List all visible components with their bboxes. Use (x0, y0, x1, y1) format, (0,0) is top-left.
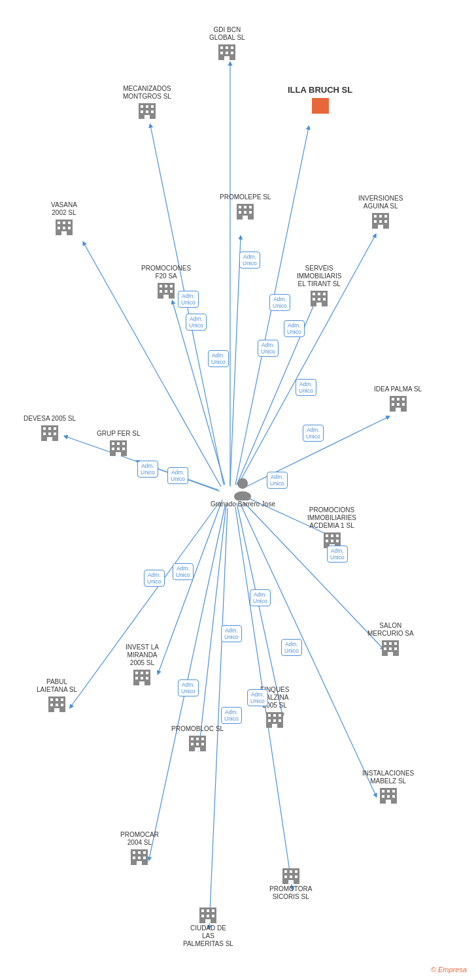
svg-rect-169 (138, 851, 141, 854)
promobloc-node[interactable]: PROMOBLOC SL (171, 725, 224, 753)
svg-rect-177 (207, 909, 209, 912)
svg-rect-162 (392, 790, 395, 792)
adm-badge-8[interactable]: Adm.Unico (178, 291, 199, 308)
grup-fer-node[interactable]: GRUP FER SL (97, 430, 141, 457)
salon-mercurio-node[interactable]: SALONMERCURIO SA (367, 622, 414, 657)
adm-badge-10[interactable]: Adm.Unico (167, 467, 188, 484)
svg-point-22 (234, 491, 251, 500)
ciudad-palmeritas-node[interactable]: CIUDAD DELASPALMERITAS SL (183, 905, 233, 948)
promocar-node[interactable]: PROMOCAR2004 SL (120, 831, 159, 866)
adm-badge-6[interactable]: Adm.Unico (284, 320, 305, 337)
promociones-f20-label: PROMOCIONESF20 SA (141, 265, 191, 280)
vasana-node[interactable]: VASANA2002 SL (51, 201, 77, 237)
mecanizados-node[interactable]: MECANIZADOSMONTGROS SL (123, 85, 171, 120)
svg-rect-60 (379, 220, 382, 223)
svg-rect-101 (122, 448, 125, 450)
adm-badge-5[interactable]: Adm.Unico (258, 340, 279, 357)
svg-rect-163 (382, 795, 384, 798)
building-icon-ciudad (198, 905, 218, 924)
building-icon-finques (265, 710, 284, 729)
adm-badge-7[interactable]: Adm.Unico (296, 379, 316, 396)
center-node[interactable]: Granado Barrero Jose (211, 477, 275, 508)
svg-rect-29 (324, 105, 327, 108)
svg-rect-125 (394, 647, 397, 650)
idea-palma-node[interactable]: IDEA PALMA SL (374, 385, 422, 413)
svg-rect-149 (201, 743, 204, 745)
svg-rect-166 (386, 800, 391, 804)
svg-rect-48 (58, 221, 60, 224)
building-icon-instalaciones (379, 785, 398, 805)
promotora-sicoris-node[interactable]: PROMOTORASICORIS SL (269, 866, 312, 901)
svg-rect-179 (201, 915, 204, 917)
instalaciones-node[interactable]: INSTALACIONESMABELZ SL (362, 770, 414, 805)
svg-rect-34 (231, 46, 233, 49)
svg-rect-76 (165, 290, 167, 293)
adm-badge-3[interactable]: Adm.Unico (186, 314, 207, 331)
adm-badge-19[interactable]: Adm.Unico (178, 679, 199, 696)
svg-rect-185 (290, 870, 292, 873)
promolepe-label: PROMOLEPE SL (220, 193, 271, 201)
svg-rect-156 (273, 719, 276, 722)
svg-rect-62 (378, 225, 383, 229)
promocions-imm-node[interactable]: PROMOCIONSIMMOBILIARIESACDEMIA 1 SL (307, 506, 356, 549)
building-icon-vasana (54, 217, 74, 237)
svg-rect-134 (139, 681, 144, 685)
building-icon-mecanizados (137, 101, 157, 120)
promocar-label: PROMOCAR2004 SL (120, 831, 159, 847)
svg-rect-74 (170, 285, 173, 287)
adm-badge-13[interactable]: Adm.Unico (327, 546, 348, 563)
svg-rect-49 (63, 221, 65, 224)
svg-rect-115 (326, 540, 328, 542)
idea-palma-label: IDEA PALMA SL (374, 385, 422, 393)
adm-badge-12[interactable]: Adm.Unico (267, 472, 288, 489)
gdi-bcn-node[interactable]: GDI BCNGLOBAL SL (209, 26, 245, 61)
adm-badge-11[interactable]: Adm.Unico (303, 425, 324, 442)
svg-rect-131 (135, 677, 138, 679)
svg-rect-124 (389, 647, 392, 650)
mecanizados-label: MECANIZADOSMONTGROS SL (123, 85, 171, 101)
adm-badge-4[interactable]: Adm.Unico (208, 350, 229, 367)
illa-bruch-node[interactable]: ILLA BRUCH SL (288, 85, 352, 115)
svg-rect-33 (226, 46, 228, 49)
adm-badge-1[interactable]: Adm.Unico (239, 252, 260, 269)
invest-miranda-label: INVEST LAMIRANDA2005 SL (126, 644, 159, 667)
adm-badge-16[interactable]: Adm.Unico (250, 589, 271, 606)
svg-rect-146 (201, 738, 204, 740)
svg-rect-117 (336, 540, 339, 542)
adm-badge-9[interactable]: Adm.Unico (137, 461, 158, 478)
pabul-node[interactable]: PABULLAIETANA SL (37, 678, 77, 713)
svg-rect-182 (205, 919, 211, 923)
svg-rect-64 (239, 206, 241, 208)
svg-rect-40 (141, 105, 143, 108)
svg-rect-152 (268, 714, 271, 717)
svg-rect-153 (273, 714, 276, 717)
adm-badge-17[interactable]: Adm.Unico (221, 625, 242, 642)
svg-rect-161 (387, 790, 390, 792)
svg-rect-141 (61, 704, 63, 706)
adm-badge-18[interactable]: Adm.Unico (281, 639, 302, 656)
inversiones-aguina-node[interactable]: INVERSIONESAGUINA SL (358, 195, 403, 230)
promolepe-node[interactable]: PROMOLEPE SL (220, 193, 271, 221)
serveis-node[interactable]: SERVEISIMMOBILIARISEL TIRANT SL (297, 265, 341, 308)
svg-rect-186 (295, 870, 298, 873)
svg-rect-65 (244, 206, 246, 208)
illa-bruch-label: ILLA BRUCH SL (288, 85, 352, 95)
devesa-node[interactable]: DEVESA 2005 SL (24, 415, 76, 442)
svg-rect-126 (388, 652, 393, 656)
svg-rect-38 (224, 56, 230, 60)
svg-rect-66 (249, 206, 252, 208)
svg-rect-160 (382, 790, 384, 792)
svg-rect-81 (318, 293, 320, 295)
adm-badge-2[interactable]: Adm.Unico (269, 294, 290, 311)
svg-rect-41 (146, 105, 148, 108)
svg-rect-30 (318, 110, 323, 114)
building-icon-sicoris (281, 866, 301, 885)
adm-badge-14[interactable]: Adm.Unico (144, 570, 165, 587)
svg-rect-56 (374, 215, 377, 218)
adm-badge-20[interactable]: Adm.Unico (247, 689, 268, 706)
svg-rect-77 (170, 290, 173, 293)
svg-rect-70 (243, 216, 248, 220)
invest-miranda-node[interactable]: INVEST LAMIRANDA2005 SL (126, 644, 159, 687)
adm-badge-15[interactable]: Adm.Unico (173, 563, 194, 580)
adm-badge-21[interactable]: Adm.Unico (221, 707, 242, 724)
